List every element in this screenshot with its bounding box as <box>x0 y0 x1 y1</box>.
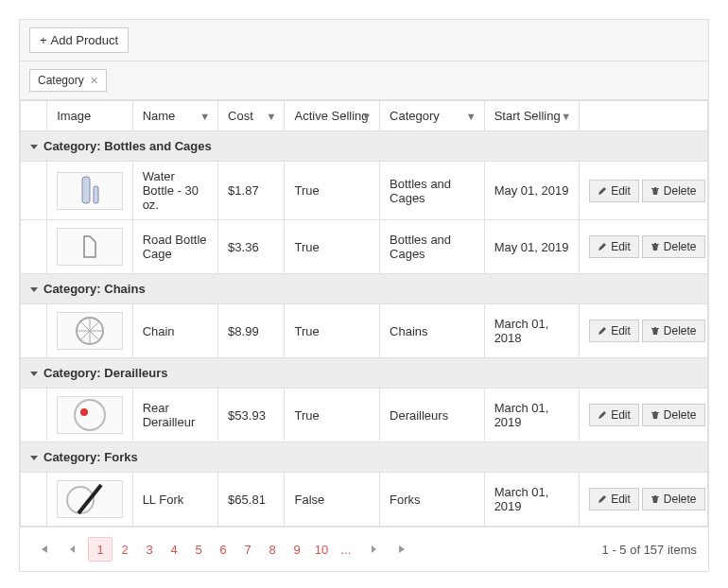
header-name[interactable]: Name▼ <box>132 101 217 131</box>
pencil-icon <box>598 242 607 251</box>
edit-button[interactable]: Edit <box>589 488 639 510</box>
filter-icon[interactable]: ▼ <box>361 111 372 122</box>
add-product-label: Add Product <box>51 33 119 47</box>
pager-prev-button[interactable] <box>60 537 84 562</box>
start-cell: May 01, 2019 <box>484 220 580 274</box>
active-cell: True <box>285 304 380 358</box>
pager-info: 1 - 5 of 157 items <box>602 543 697 557</box>
caret-down-icon <box>30 456 38 460</box>
cost-cell: $65.81 <box>218 473 285 527</box>
caret-down-icon <box>30 287 38 292</box>
pager-page-3[interactable]: 3 <box>137 537 162 562</box>
start-cell: March 01, 2018 <box>484 304 580 358</box>
image-cell <box>47 304 132 358</box>
toolbar: + Add Product <box>20 20 708 61</box>
cost-cell: $3.36 <box>218 220 285 274</box>
pager-page-10[interactable]: 10 <box>309 537 334 562</box>
trash-icon <box>650 326 660 336</box>
actions-cell: Edit Delete <box>580 162 708 220</box>
pager-page-...[interactable]: ... <box>334 537 358 562</box>
plus-icon: + <box>40 33 47 47</box>
pager-first-button[interactable] <box>31 537 56 562</box>
actions-cell: Edit Delete <box>580 220 708 274</box>
trash-icon <box>650 242 660 251</box>
expand-cell <box>21 220 47 274</box>
name-cell: Road Bottle Cage <box>132 220 217 274</box>
pager-page-1[interactable]: 1 <box>88 537 113 562</box>
delete-button[interactable]: Delete <box>642 180 705 202</box>
pager-last-button[interactable] <box>390 537 415 562</box>
table-row: Rear Derailleur$53.93TrueDerailleursMarc… <box>21 389 708 442</box>
active-cell: False <box>285 473 380 527</box>
image-cell <box>47 220 132 274</box>
edit-button[interactable]: Edit <box>589 320 639 342</box>
cost-cell: $53.93 <box>218 389 285 442</box>
close-icon[interactable]: ✕ <box>90 75 98 87</box>
pencil-icon <box>598 186 607 196</box>
pager-page-4[interactable]: 4 <box>162 537 186 562</box>
delete-button[interactable]: Delete <box>642 488 705 510</box>
filter-icon[interactable]: ▼ <box>466 111 477 122</box>
header-expand <box>21 101 47 131</box>
caret-down-icon <box>30 145 38 149</box>
image-cell <box>47 389 132 442</box>
trash-icon <box>650 494 660 504</box>
svg-point-8 <box>80 408 88 416</box>
active-cell: True <box>285 220 380 274</box>
pencil-icon <box>598 494 607 504</box>
table-row: Road Bottle Cage$3.36TrueBottles and Cag… <box>21 220 708 274</box>
active-cell: True <box>285 389 380 442</box>
image-cell <box>47 162 132 220</box>
pencil-icon <box>598 326 607 336</box>
trash-icon <box>650 186 660 196</box>
pager-page-5[interactable]: 5 <box>186 537 211 562</box>
group-chip-category[interactable]: Category ✕ <box>29 69 107 92</box>
pager-page-7[interactable]: 7 <box>235 537 260 562</box>
name-cell: Chain <box>132 304 217 358</box>
delete-button[interactable]: Delete <box>642 320 705 342</box>
name-cell: Rear Derailleur <box>132 389 217 442</box>
start-cell: March 01, 2019 <box>484 473 580 527</box>
start-cell: March 01, 2019 <box>484 389 580 442</box>
edit-button[interactable]: Edit <box>589 235 639 258</box>
group-chip-label: Category <box>38 74 84 87</box>
header-start[interactable]: Start Selling▼ <box>484 101 580 131</box>
group-header[interactable]: Category: Chains <box>21 274 708 304</box>
svg-rect-0 <box>82 177 90 203</box>
header-row: Image Name▼ Cost▼ Active Selling▼ Catego… <box>21 101 708 131</box>
pager-next-button[interactable] <box>362 537 387 562</box>
pager-page-2[interactable]: 2 <box>113 537 137 562</box>
category-cell: Bottles and Cages <box>380 220 485 274</box>
filter-icon[interactable]: ▼ <box>267 111 277 122</box>
expand-cell <box>21 304 47 358</box>
category-cell: Bottles and Cages <box>380 162 485 220</box>
data-grid: + Add Product Category ✕ Image Name▼ Cos… <box>19 19 709 572</box>
header-active[interactable]: Active Selling▼ <box>285 101 380 131</box>
header-image[interactable]: Image <box>47 101 132 131</box>
delete-button[interactable]: Delete <box>642 404 705 426</box>
group-header[interactable]: Category: Derailleurs <box>21 358 708 389</box>
pager-page-8[interactable]: 8 <box>260 537 285 562</box>
name-cell: LL Fork <box>132 473 217 527</box>
actions-cell: Edit Delete <box>580 473 708 527</box>
group-header[interactable]: Category: Forks <box>21 442 708 473</box>
header-category[interactable]: Category▼ <box>380 101 485 131</box>
add-product-button[interactable]: + Add Product <box>29 27 129 53</box>
edit-button[interactable]: Edit <box>589 180 639 202</box>
cost-cell: $1.87 <box>218 162 285 220</box>
edit-button[interactable]: Edit <box>589 404 639 426</box>
table-row: Chain$8.99TrueChainsMarch 01, 2018 Edit … <box>21 304 708 358</box>
pager-nav: 12345678910... <box>31 537 602 562</box>
pager-page-9[interactable]: 9 <box>285 537 309 562</box>
name-cell: Water Bottle - 30 oz. <box>132 162 217 220</box>
filter-icon[interactable]: ▼ <box>199 111 210 122</box>
actions-cell: Edit Delete <box>580 389 708 442</box>
delete-button[interactable]: Delete <box>642 235 705 258</box>
pager-page-6[interactable]: 6 <box>211 537 235 562</box>
product-image <box>57 312 123 350</box>
group-header[interactable]: Category: Bottles and Cages <box>21 131 708 162</box>
filter-icon[interactable]: ▼ <box>561 111 571 122</box>
table-row: Water Bottle - 30 oz.$1.87TrueBottles an… <box>21 162 708 220</box>
header-cost[interactable]: Cost▼ <box>218 101 285 131</box>
expand-cell <box>21 389 47 442</box>
